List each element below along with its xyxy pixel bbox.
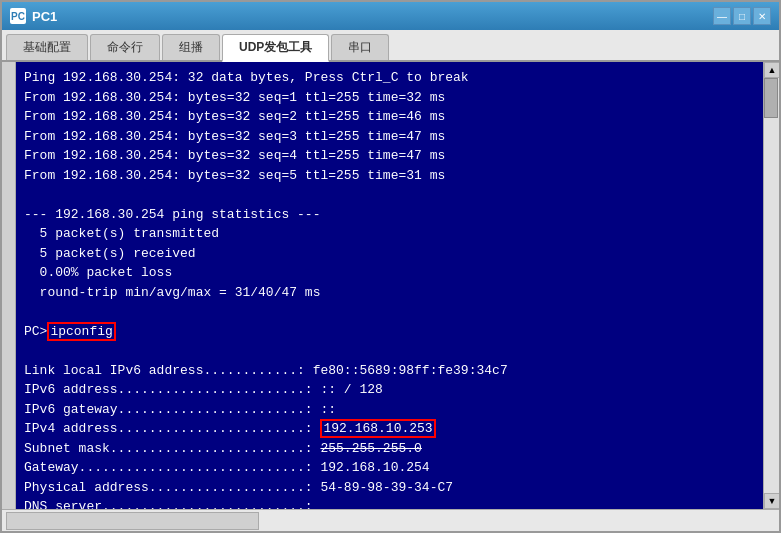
line-transmitted: 5 packet(s) transmitted xyxy=(24,224,755,244)
line-command: PC>ipconfig xyxy=(24,322,755,342)
title-controls: — □ ✕ xyxy=(713,7,771,25)
scroll-down-button[interactable]: ▼ xyxy=(764,493,779,509)
close-button[interactable]: ✕ xyxy=(753,7,771,25)
status-bar xyxy=(2,509,779,531)
scrollbar-thumb[interactable] xyxy=(764,78,778,118)
line-ipv6-addr: IPv6 address........................: ::… xyxy=(24,380,755,400)
line-subnet: Subnet mask.........................: 25… xyxy=(24,439,755,459)
scroll-up-button[interactable]: ▲ xyxy=(764,62,779,78)
line-ipv6-gw: IPv6 gateway........................: :: xyxy=(24,400,755,420)
line-rtt: round-trip min/avg/max = 31/40/47 ms xyxy=(24,283,755,303)
line-ipv6-local: Link local IPv6 address............: fe8… xyxy=(24,361,755,381)
tab-command-line[interactable]: 命令行 xyxy=(90,34,160,60)
content-area: Ping 192.168.30.254: 32 data bytes, Pres… xyxy=(2,62,779,509)
line-ipv4-addr: IPv4 address........................: 19… xyxy=(24,419,755,439)
tab-basic-config[interactable]: 基础配置 xyxy=(6,34,88,60)
line-ping-header: Ping 192.168.30.254: 32 data bytes, Pres… xyxy=(24,68,755,88)
window-icon: PC xyxy=(10,8,26,24)
line-blank2 xyxy=(24,302,755,322)
line-seq3: From 192.168.30.254: bytes=32 seq=3 ttl=… xyxy=(24,127,755,147)
tab-bar: 基础配置 命令行 组播 UDP发包工具 串口 xyxy=(2,30,779,62)
minimize-button[interactable]: — xyxy=(713,7,731,25)
tab-multicast[interactable]: 组播 xyxy=(162,34,220,60)
command-highlight: ipconfig xyxy=(47,322,115,341)
line-dns: DNS server..........................: xyxy=(24,497,755,509)
window-title: PC1 xyxy=(32,9,57,24)
subnet-strikethrough: 255.255.255.0 xyxy=(320,441,421,456)
icon-text: PC xyxy=(11,11,25,22)
line-blank1 xyxy=(24,185,755,205)
tab-udp-tool[interactable]: UDP发包工具 xyxy=(222,34,329,62)
line-seq1: From 192.168.30.254: bytes=32 seq=1 ttl=… xyxy=(24,88,755,108)
tab-serial[interactable]: 串口 xyxy=(331,34,389,60)
line-gateway: Gateway.............................: 19… xyxy=(24,458,755,478)
line-seq2: From 192.168.30.254: bytes=32 seq=2 ttl=… xyxy=(24,107,755,127)
line-stats-header: --- 192.168.30.254 ping statistics --- xyxy=(24,205,755,225)
terminal-container: Ping 192.168.30.254: 32 data bytes, Pres… xyxy=(16,62,763,509)
scrollbar: ▲ ▼ xyxy=(763,62,779,509)
line-seq5: From 192.168.30.254: bytes=32 seq=5 ttl=… xyxy=(24,166,755,186)
status-segment-1 xyxy=(6,512,259,530)
line-received: 5 packet(s) received xyxy=(24,244,755,264)
line-physical: Physical address....................: 54… xyxy=(24,478,755,498)
title-bar: PC PC1 — □ ✕ xyxy=(2,2,779,30)
ipv4-highlight: 192.168.10.253 xyxy=(320,419,435,438)
scrollbar-track[interactable] xyxy=(764,78,779,493)
line-loss: 0.00% packet loss xyxy=(24,263,755,283)
line-seq4: From 192.168.30.254: bytes=32 seq=4 ttl=… xyxy=(24,146,755,166)
left-sidebar xyxy=(2,62,16,509)
title-bar-left: PC PC1 xyxy=(10,8,57,24)
main-window: PC PC1 — □ ✕ 基础配置 命令行 组播 UDP发包工具 串口 Ping… xyxy=(0,0,781,533)
terminal-output[interactable]: Ping 192.168.30.254: 32 data bytes, Pres… xyxy=(16,62,763,509)
maximize-button[interactable]: □ xyxy=(733,7,751,25)
line-blank3 xyxy=(24,341,755,361)
